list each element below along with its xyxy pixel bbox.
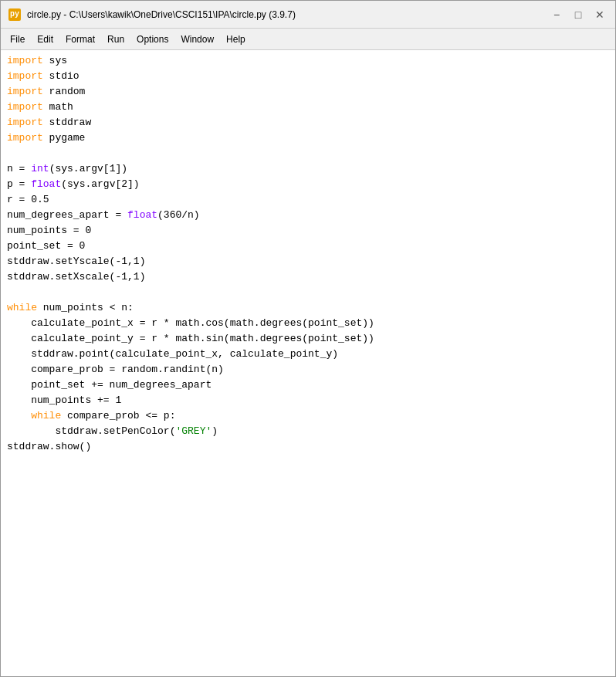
code-line: import stdio <box>7 69 609 84</box>
code-line: stddraw.setPenColor('GREY') <box>7 424 609 439</box>
window-title: circle.py - C:\Users\kawik\OneDrive\CSCI… <box>27 9 296 20</box>
minimize-button[interactable]: − <box>549 7 564 22</box>
code-line: point_set += num_degrees_apart <box>7 377 609 393</box>
code-editor[interactable]: import sys import stdio import random im… <box>1 50 615 676</box>
code-line: p = float(sys.argv[2]) <box>7 177 609 192</box>
code-line: import random <box>7 84 609 100</box>
menu-file[interactable]: File <box>4 32 31 47</box>
code-line: import math <box>7 100 609 115</box>
title-bar-left: py circle.py - C:\Users\kawik\OneDrive\C… <box>8 8 296 21</box>
menu-window[interactable]: Window <box>174 32 220 47</box>
title-bar: py circle.py - C:\Users\kawik\OneDrive\C… <box>1 1 615 29</box>
code-line: import stddraw <box>7 115 609 130</box>
code-line: calculate_point_x = r * math.cos(math.de… <box>7 316 609 331</box>
main-window: py circle.py - C:\Users\kawik\OneDrive\C… <box>0 0 616 677</box>
menu-edit[interactable]: Edit <box>31 32 59 47</box>
code-line: compare_prob = random.randint(n) <box>7 362 609 377</box>
menu-help[interactable]: Help <box>220 32 252 47</box>
menu-format[interactable]: Format <box>59 32 101 47</box>
code-line: r = 0.5 <box>7 192 609 208</box>
code-line: calculate_point_y = r * math.sin(math.de… <box>7 331 609 347</box>
window-controls: − □ ✕ <box>549 7 608 22</box>
code-line: n = int(sys.argv[1]) <box>7 161 609 177</box>
code-line: point_set = 0 <box>7 239 609 254</box>
menu-run[interactable]: Run <box>101 32 130 47</box>
code-line: num_points = 0 <box>7 223 609 239</box>
code-line: import pygame <box>7 130 609 146</box>
code-line: stddraw.point(calculate_point_x, calcula… <box>7 347 609 362</box>
code-line: while num_points < n: <box>7 300 609 316</box>
menu-options[interactable]: Options <box>130 32 174 47</box>
close-button[interactable]: ✕ <box>592 7 608 22</box>
code-line <box>7 285 609 300</box>
app-icon: py <box>8 8 21 21</box>
code-line: stddraw.show() <box>7 439 609 455</box>
code-line: stddraw.setXscale(-1,1) <box>7 269 609 285</box>
code-line: num_degrees_apart = float(360/n) <box>7 208 609 223</box>
code-line: while compare_prob <= p: <box>7 408 609 424</box>
code-line: stddraw.setYscale(-1,1) <box>7 254 609 269</box>
menu-bar: File Edit Format Run Options Window Help <box>1 29 615 50</box>
code-line: num_points += 1 <box>7 393 609 408</box>
maximize-button[interactable]: □ <box>570 7 586 22</box>
code-line <box>7 146 609 161</box>
code-line: import sys <box>7 53 609 69</box>
